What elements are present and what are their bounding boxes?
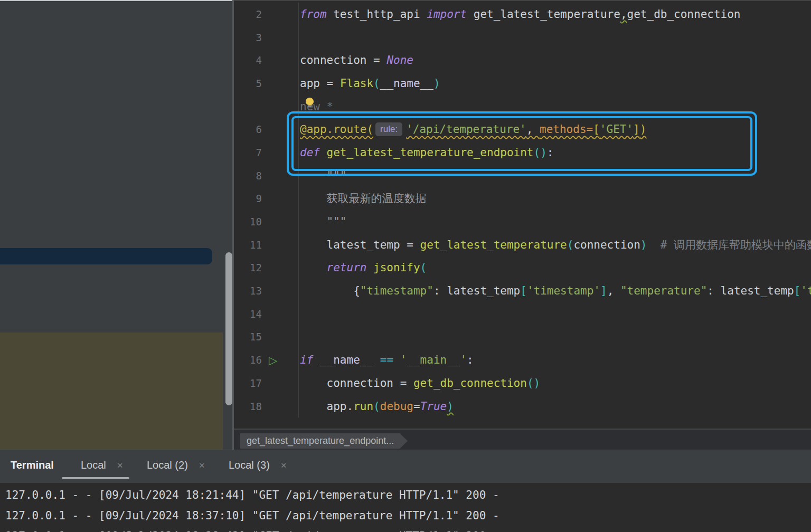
code-text: from test_http_api import get_latest_tem… bbox=[298, 3, 741, 26]
code-token: app. bbox=[300, 400, 353, 413]
code-token: ) bbox=[433, 77, 440, 90]
content-block bbox=[0, 332, 223, 450]
code-token: "timestamp" bbox=[360, 284, 433, 297]
code-line[interactable]: 5app = Flask(__name__) bbox=[234, 72, 811, 95]
code-token: test_http_api bbox=[333, 8, 427, 21]
code-token: connection bbox=[573, 239, 640, 251]
code-line[interactable]: 17 connection = get_db_connection() bbox=[234, 372, 811, 395]
code-token: app bbox=[300, 77, 327, 90]
breadcrumb-item-function[interactable]: get_latest_temperature_endpoint... bbox=[240, 433, 408, 449]
tab-label: Local bbox=[81, 459, 106, 471]
code-token: [ bbox=[794, 284, 801, 297]
code-line[interactable]: 18 app.run(debug=True) bbox=[234, 395, 811, 418]
selected-row-highlight bbox=[0, 248, 212, 264]
terminal-log-line: 127.0.0.1 - - [09/Jul/2024 18:21:44] "GE… bbox=[0, 484, 811, 505]
code-token: : bbox=[433, 284, 447, 297]
line-number: 17 bbox=[234, 377, 262, 389]
line-number: 16 bbox=[234, 354, 262, 366]
code-token: , bbox=[607, 284, 620, 297]
code-token: latest_temp bbox=[300, 239, 407, 251]
tab-label: Local (3) bbox=[229, 459, 270, 471]
code-line[interactable]: 16▷if __name__ == '__main__': bbox=[234, 348, 811, 372]
intention-bulb-icon[interactable] bbox=[306, 98, 314, 105]
code-text bbox=[298, 26, 300, 49]
code-token: ( bbox=[420, 261, 427, 274]
code-line[interactable]: 12 return jsonify( bbox=[234, 256, 811, 280]
terminal-tab-local[interactable]: Local× bbox=[81, 459, 123, 471]
line-number: 10 bbox=[234, 216, 262, 227]
code-token: { bbox=[300, 284, 360, 297]
code-token: ( bbox=[373, 400, 380, 413]
code-text: connection = None bbox=[298, 49, 413, 72]
terminal-tab-local-3-[interactable]: Local (3)× bbox=[229, 459, 287, 471]
code-token: get_latest_temperature bbox=[420, 239, 567, 251]
code-token: ( bbox=[373, 77, 380, 90]
code-token: debug bbox=[380, 400, 413, 413]
close-icon[interactable]: × bbox=[281, 460, 287, 471]
line-number: 18 bbox=[234, 401, 262, 412]
code-token: __name__ bbox=[380, 77, 433, 90]
code-token: run bbox=[353, 400, 373, 413]
line-number: 14 bbox=[234, 308, 262, 320]
code-token: True bbox=[420, 400, 447, 413]
highlight-box-inner bbox=[291, 116, 752, 171]
code-token: ( bbox=[567, 239, 574, 251]
code-token: [ bbox=[520, 284, 527, 297]
line-number: 15 bbox=[234, 331, 262, 343]
code-text: {"timestamp": latest_temp['timestamp'], … bbox=[298, 279, 811, 302]
code-rows: 2from test_http_api import get_latest_te… bbox=[234, 3, 811, 417]
close-icon[interactable]: × bbox=[117, 460, 123, 471]
code-token: = bbox=[327, 77, 340, 90]
code-token: from bbox=[300, 8, 333, 21]
code-line[interactable]: 9 获取最新的温度数据 bbox=[234, 187, 811, 211]
close-icon[interactable]: × bbox=[199, 460, 205, 471]
terminal-output[interactable]: 127.0.0.1 - - [09/Jul/2024 18:21:44] "GE… bbox=[0, 483, 811, 532]
code-text: """ bbox=[298, 210, 347, 233]
code-token: connection bbox=[300, 377, 400, 390]
line-number: 4 bbox=[234, 54, 262, 66]
code-token: = bbox=[400, 377, 413, 390]
code-token: ) bbox=[447, 400, 454, 413]
line-number: 7 bbox=[234, 147, 262, 158]
scrollbar-thumb[interactable] bbox=[225, 252, 232, 405]
code-editor[interactable]: 2from test_http_api import get_latest_te… bbox=[234, 0, 811, 429]
line-number: 9 bbox=[234, 193, 262, 204]
terminal-tool-title: Terminal bbox=[11, 459, 54, 471]
code-token: jsonify bbox=[373, 261, 420, 274]
line-number: 3 bbox=[234, 32, 262, 43]
code-token: 't bbox=[800, 284, 811, 297]
code-line[interactable]: 15 bbox=[234, 326, 811, 349]
run-icon[interactable]: ▷ bbox=[262, 355, 298, 366]
code-token: connection bbox=[300, 54, 373, 66]
code-line[interactable]: 10 """ bbox=[234, 210, 811, 233]
code-line[interactable]: 3 bbox=[234, 26, 811, 49]
code-text bbox=[298, 302, 300, 326]
code-token: 获取最新的温度数据 bbox=[300, 191, 427, 206]
line-number: 6 bbox=[234, 124, 262, 135]
line-number: 2 bbox=[234, 8, 262, 20]
code-line[interactable]: 13 {"timestamp": latest_temp['timestamp'… bbox=[234, 279, 811, 302]
line-number: 11 bbox=[234, 239, 262, 251]
line-number: 13 bbox=[234, 285, 262, 297]
code-token: latest_temp bbox=[447, 284, 520, 297]
code-token: get_db_connection bbox=[627, 8, 741, 21]
terminal-log-line: 127.0.0.1 - - [09/Jul/2024 18:37:10] "GE… bbox=[0, 505, 811, 526]
code-text: 获取最新的温度数据 bbox=[298, 187, 427, 211]
tab-label: Local (2) bbox=[147, 459, 188, 471]
line-number: 5 bbox=[234, 78, 262, 89]
editor-top-edge bbox=[234, 0, 811, 1]
code-token: latest_temp bbox=[721, 284, 794, 297]
code-token: == bbox=[380, 354, 400, 366]
terminal-log-line: 127.0.0.1 - - [09/Jul/2024 18:38:43] "GE… bbox=[0, 526, 811, 532]
code-token: , bbox=[620, 8, 627, 21]
code-line[interactable]: 4connection = None bbox=[234, 49, 811, 72]
code-line[interactable]: 2from test_http_api import get_latest_te… bbox=[234, 3, 811, 26]
code-token: ) bbox=[640, 239, 647, 251]
terminal-tab-bar: Terminal Local×Local (2)×Local (3)× bbox=[0, 450, 811, 483]
code-token: = bbox=[413, 400, 420, 413]
code-line[interactable]: 14 bbox=[234, 302, 811, 326]
terminal-tab-local-2-[interactable]: Local (2)× bbox=[147, 459, 205, 471]
code-line[interactable]: 11 latest_temp = get_latest_temperature(… bbox=[234, 233, 811, 256]
breadcrumb: get_latest_temperature_endpoint... bbox=[234, 429, 811, 450]
line-number: 8 bbox=[234, 170, 262, 182]
